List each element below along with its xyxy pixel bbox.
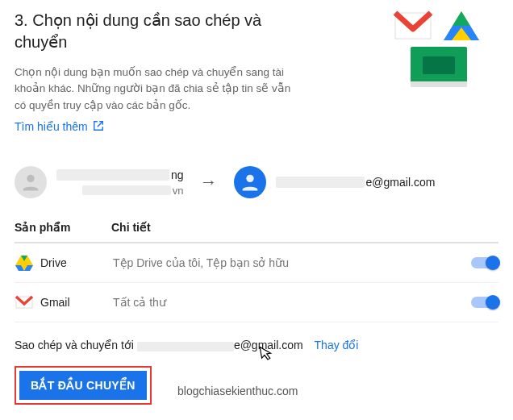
redacted-text <box>56 169 169 181</box>
table-row: Drive Tệp Drive của tôi, Tệp bạn sở hữu <box>15 243 498 283</box>
dest-email-visible: e@gmail.com <box>234 339 303 351</box>
svg-point-7 <box>27 175 34 182</box>
hero-illustration <box>366 6 495 103</box>
drive-icon <box>15 253 34 272</box>
col-product-header: Sản phẩm <box>15 221 111 234</box>
toggle-drive[interactable] <box>471 257 498 268</box>
svg-rect-2 <box>411 81 467 87</box>
gmail-icon <box>15 293 34 312</box>
dest-email-suffix: e@gmail.com <box>366 176 436 189</box>
redacted-text <box>82 185 171 195</box>
highlight-annotation: BẮT ĐẦU CHUYỂN <box>15 366 152 405</box>
source-account: ng vn <box>15 166 184 198</box>
svg-point-8 <box>246 175 253 182</box>
learn-more-link[interactable]: Tìm hiểu thêm <box>15 120 104 134</box>
svg-marker-5 <box>453 11 470 26</box>
step-description: Chọn nội dung bạn muốn sao chép và chuyể… <box>15 64 305 114</box>
start-transfer-button[interactable]: BẮT ĐẦU CHUYỂN <box>19 371 147 400</box>
product-detail: Tất cả thư <box>113 296 471 309</box>
copy-prefix: Sao chép và chuyển tới <box>15 339 137 351</box>
svg-rect-1 <box>423 56 455 74</box>
avatar <box>234 166 266 198</box>
source-name-suffix: ng <box>171 168 184 181</box>
avatar <box>15 166 47 198</box>
product-table-header: Sản phẩm Chi tiết <box>15 221 498 243</box>
change-account-link[interactable]: Thay đổi <box>315 339 359 351</box>
destination-account: e@gmail.com <box>234 166 436 198</box>
redacted-text <box>276 177 365 188</box>
arrow-right-icon: → <box>200 172 218 193</box>
product-name: Drive <box>40 256 113 269</box>
toggle-gmail[interactable] <box>471 297 498 308</box>
learn-more-label: Tìm hiểu thêm <box>15 120 88 133</box>
table-row: Gmail Tất cả thư <box>15 283 498 322</box>
product-name: Gmail <box>40 296 113 309</box>
step-title: 3. Chọn nội dung cần sao chép và chuyển <box>15 10 305 53</box>
source-domain-suffix: vn <box>173 185 184 197</box>
account-transfer-summary: ng vn → e@gmail.com <box>15 166 498 198</box>
redacted-text <box>137 342 234 351</box>
col-detail-header: Chi tiết <box>111 221 498 234</box>
product-detail: Tệp Drive của tôi, Tệp bạn sở hữu <box>113 256 471 269</box>
watermark-text: blogchiasekienthuc.com <box>177 385 298 397</box>
copy-destination-line: Sao chép và chuyển tới e@gmail.com Thay … <box>15 339 498 351</box>
external-link-icon <box>93 120 104 134</box>
